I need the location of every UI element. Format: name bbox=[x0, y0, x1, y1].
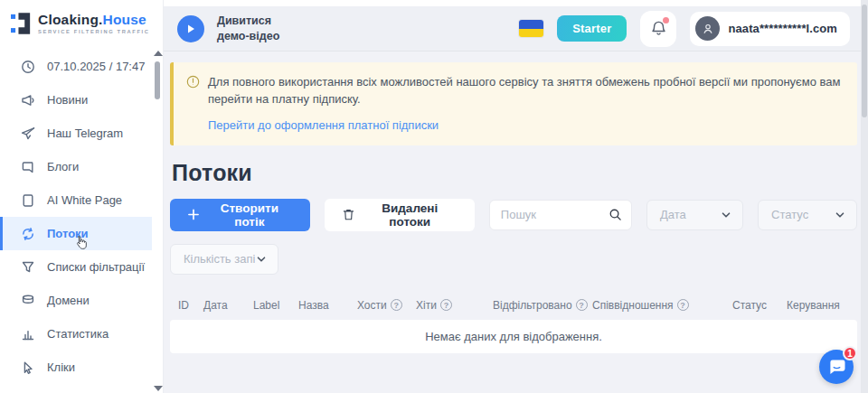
actions-row: Створити потік Видалені потоки Дата bbox=[170, 199, 857, 231]
scroll-up-icon[interactable] bbox=[154, 51, 163, 56]
top-strip bbox=[163, 0, 868, 6]
column-header-status: Статус bbox=[732, 299, 787, 312]
paper-plane-icon bbox=[20, 126, 35, 141]
funnel-icon bbox=[20, 259, 35, 275]
plus-icon bbox=[188, 209, 199, 220]
column-header-filtered: Відфільтровано ? bbox=[493, 299, 592, 312]
demo-video-label[interactable]: Дивитися демо-відео bbox=[217, 14, 300, 44]
column-header-ratio: Співвідношення ? bbox=[592, 299, 732, 312]
help-icon[interactable]: ? bbox=[440, 299, 452, 311]
play-demo-button[interactable] bbox=[177, 15, 204, 42]
page-scrollbar[interactable] bbox=[861, 0, 868, 393]
brand-tagline: SERVICE FILTERING TRAFFIC bbox=[38, 29, 150, 34]
column-header-id: ID bbox=[178, 299, 203, 312]
brand-name: Cloaking.House bbox=[38, 13, 150, 27]
sidebar-item-telegram[interactable]: Наш Telegram bbox=[0, 117, 163, 150]
refresh-icon bbox=[20, 226, 35, 241]
help-icon[interactable]: ? bbox=[391, 299, 402, 311]
brand-logo-icon bbox=[11, 12, 31, 35]
empty-state-text: Немає даних для відображення. bbox=[425, 330, 602, 343]
banner-text: Для повного використання всіх можливосте… bbox=[208, 74, 841, 108]
create-stream-button[interactable]: Створити потік bbox=[170, 199, 310, 231]
sidebar-nav: 07.10.2025 / 17:47 Новини Наш Telegram Б… bbox=[0, 50, 163, 384]
ukraine-flag-icon[interactable] bbox=[519, 20, 543, 37]
column-header-hosts: Хости ? bbox=[357, 299, 416, 312]
help-icon[interactable]: ? bbox=[576, 299, 588, 311]
bar-chart-icon bbox=[20, 326, 35, 342]
search-input[interactable] bbox=[501, 208, 609, 221]
column-header-management: Керування bbox=[787, 299, 857, 312]
chevron-down-icon bbox=[835, 210, 845, 220]
notification-dot bbox=[663, 17, 669, 23]
subscribe-link[interactable]: Перейти до оформлення платної підписки bbox=[208, 118, 439, 132]
logo: Cloaking.House SERVICE FILTERING TRAFFIC bbox=[0, 0, 163, 44]
sidebar-item-filter-lists[interactable]: Списки фільтрації bbox=[0, 250, 163, 284]
chat-unread-badge: 1 bbox=[843, 346, 857, 360]
user-email: naata**********l.com bbox=[728, 22, 837, 35]
column-header-name: Назва bbox=[298, 299, 357, 312]
column-header-label: Label bbox=[253, 299, 298, 312]
megaphone-icon bbox=[20, 92, 35, 108]
app-window: Cloaking.House SERVICE FILTERING TRAFFIC… bbox=[0, 0, 868, 393]
chevron-down-icon bbox=[721, 210, 731, 220]
sidebar-item-statistics[interactable]: Статистика bbox=[0, 317, 163, 351]
content-area: Для повного використання всіх можливосте… bbox=[163, 51, 868, 393]
cursor-arrow-icon bbox=[20, 360, 35, 375]
sidebar-scrollbar[interactable] bbox=[154, 51, 161, 393]
date-filter[interactable]: Дата bbox=[646, 200, 743, 230]
user-menu[interactable]: naata**********l.com bbox=[690, 12, 850, 46]
user-icon bbox=[702, 23, 714, 35]
sidebar-item-clicks[interactable]: Кліки bbox=[0, 351, 163, 384]
main-column: Дивитися демо-відео Starter bbox=[163, 0, 868, 393]
sidebar-scrollbar-thumb[interactable] bbox=[155, 61, 160, 99]
sidebar-item-blogs[interactable]: Блоги bbox=[0, 150, 163, 183]
column-header-date: Дата bbox=[203, 299, 253, 312]
chat-bubble-icon bbox=[20, 159, 35, 174]
column-header-hits: Хіти ? bbox=[416, 299, 493, 312]
chat-widget-button[interactable]: 1 bbox=[819, 350, 854, 384]
sidebar-item-domains[interactable]: Домени bbox=[0, 284, 163, 317]
sidebar-item-news[interactable]: Новини bbox=[0, 83, 163, 117]
sidebar: Cloaking.House SERVICE FILTERING TRAFFIC… bbox=[0, 0, 163, 393]
play-icon bbox=[185, 23, 196, 34]
plan-badge[interactable]: Starter bbox=[557, 15, 627, 42]
help-icon[interactable]: ? bbox=[677, 299, 689, 311]
avatar bbox=[695, 16, 720, 41]
top-header: Дивитися демо-відео Starter bbox=[163, 6, 868, 51]
database-icon bbox=[20, 293, 35, 308]
page-title: Потоки bbox=[172, 160, 857, 186]
document-icon bbox=[20, 192, 35, 208]
sidebar-item-datetime: 07.10.2025 / 17:47 bbox=[0, 50, 163, 83]
trial-warning-banner: Для повного використання всіх можливосте… bbox=[170, 62, 857, 145]
search-icon[interactable] bbox=[609, 208, 622, 221]
status-filter[interactable]: Статус bbox=[758, 200, 857, 230]
clock-icon bbox=[20, 59, 35, 74]
notifications-button[interactable] bbox=[640, 11, 676, 47]
search-box bbox=[489, 200, 632, 230]
page-scrollbar-thumb[interactable] bbox=[862, 5, 867, 117]
table-empty-row: Немає даних для відображення. bbox=[170, 320, 857, 353]
chevron-down-icon bbox=[256, 254, 267, 265]
records-count-filter[interactable]: Кількість запі bbox=[170, 244, 278, 275]
scroll-down-icon[interactable] bbox=[154, 386, 163, 391]
sidebar-item-ai-white-page[interactable]: AI White Page bbox=[0, 183, 163, 217]
table-header: ID Дата Label Назва Хости ? Хіти ? Відфі… bbox=[170, 299, 857, 312]
sidebar-item-streams[interactable]: Потоки bbox=[0, 217, 152, 250]
trash-icon bbox=[343, 208, 354, 221]
exclamation-circle-icon bbox=[186, 75, 200, 89]
deleted-streams-button[interactable]: Видалені потоки bbox=[325, 199, 475, 231]
